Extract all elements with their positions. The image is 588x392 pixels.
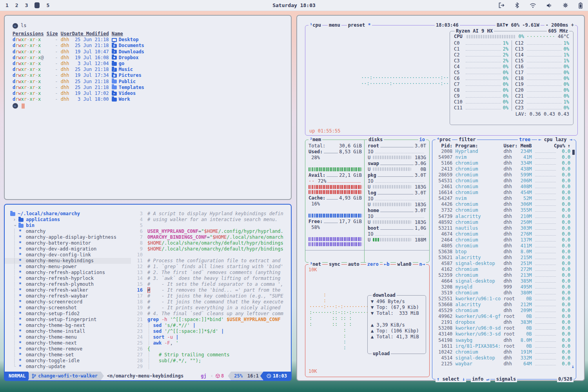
workspace-switcher[interactable]: 1235 — [5, 2, 49, 8]
workspace-5[interactable]: 5 — [46, 2, 49, 8]
process-row[interactable]: 16614chromiumdhh454M0.0 — [436, 190, 570, 196]
net-panel-title[interactable]: ³net — [309, 261, 322, 267]
tree-item-omarchy-refresh-plymouth[interactable]: │*omarchy-refresh-plymouth — [10, 281, 131, 287]
process-row[interactable]: 4162chromiumdhh272M0.0 — [436, 267, 570, 272]
process-row[interactable]: 10242chromiumdhh191M0.0 — [436, 349, 570, 355]
terminal-window[interactable]: ls PermissionsSizeUserDate ModifiedName … — [4, 15, 292, 200]
process-table[interactable]: 2008Hyprlanddhh234M0.054907nvimdhh41M0.0… — [432, 149, 576, 367]
tree-item-omarchy-refresh-waybar[interactable]: │*omarchy-refresh-waybar — [10, 293, 131, 299]
tree-item-omarchy-refresh-hyprlock[interactable]: │*omarchy-refresh-hyprlock — [10, 276, 131, 281]
process-row[interactable]: 4805chromiumdhh411M0.0 — [436, 243, 570, 249]
process-row[interactable]: 28659chromiumdhh599M0.0 — [436, 172, 570, 178]
tree-item-omarchy-refresh-walker[interactable]: │*omarchy-refresh-walker — [10, 287, 131, 293]
tree-item-omarchy[interactable]: │*omarchy — [10, 229, 131, 234]
wifi-icon[interactable] — [530, 3, 536, 8]
editor-window[interactable]: ~/.local/share/omarchy ›applications ›bi… — [4, 204, 292, 381]
bluetooth-icon[interactable] — [515, 2, 519, 8]
process-row[interactable]: 4426chromiumdhh306M0.0 — [436, 201, 570, 207]
tree-root[interactable]: ~/.local/share/omarchy — [10, 211, 131, 217]
signals-button[interactable]: signals — [495, 376, 517, 382]
select-button[interactable]: ↑ select ↓ — [436, 376, 466, 382]
process-scrollbar[interactable] — [572, 150, 575, 155]
tree-item-omarchy-setup-fingerprint[interactable]: │*omarchy-setup-fingerprint — [10, 317, 131, 323]
process-row[interactable]: 1611irq/81-PIXA3854:root0B0.0 — [436, 343, 570, 349]
process-row[interactable]: 2464chromiumdhh137M0.0 — [436, 237, 570, 243]
process-row[interactable]: 53211nautilusdhh303M0.0 — [436, 225, 570, 231]
net-auto-button[interactable]: auto — [347, 261, 361, 267]
net-zero-button[interactable]: zero — [366, 261, 380, 267]
tree-item-omarchy-battery-monitor[interactable]: │*omarchy-battery-monitor — [10, 240, 131, 246]
process-row[interactable]: 5166chromiumdhh334M0.0 — [436, 160, 570, 166]
process-row[interactable]: 48592chromiumdhh250M0.0 — [436, 220, 570, 225]
file-tree[interactable]: ~/.local/share/omarchy ›applications ›bi… — [5, 205, 131, 372]
battery-icon[interactable] — [579, 2, 583, 9]
tree-item-omarchy-screenrecord[interactable]: │*omarchy-screenrecord — [10, 299, 131, 305]
process-row[interactable]: 54531chromiumdhh206M0.0 — [436, 178, 570, 184]
system-monitor-window[interactable]: ¹cpu menu preset * 18:03:46 BAT▼ 60% -9.… — [296, 15, 585, 381]
process-row[interactable]: 3519chromiumdhh380M0.0 — [436, 290, 570, 296]
logout-icon[interactable] — [498, 2, 505, 8]
process-row[interactable]: 54198swaybgdhh8.0M0.0 — [436, 338, 570, 343]
tree-item-omarchy-theme-menu[interactable]: │*omarchy-theme-menu — [10, 334, 131, 340]
tree-item-omarchy-screenshot[interactable]: │*omarchy-screenshot — [10, 305, 131, 311]
workspace-3[interactable]: 3 — [25, 2, 28, 8]
process-row[interactable]: 4674chromiumdhh276M0.0 — [436, 231, 570, 237]
proc-filter-button[interactable]: filter — [457, 137, 477, 143]
proc-sort-nav[interactable]: ← cpu lazy → — [537, 137, 573, 143]
process-row[interactable]: 4587signal-desktopdhh251M0.0 — [436, 261, 570, 267]
info-button[interactable]: info ↵ — [471, 376, 490, 382]
gear-icon[interactable] — [563, 2, 568, 8]
process-row[interactable]: 2125waybardhh64M0.0 — [436, 361, 570, 367]
process-row[interactable]: 2191dropboxdhh383M0.0 — [436, 319, 570, 325]
preset-button[interactable]: preset * — [347, 22, 372, 28]
process-row[interactable]: 53621alacrittydhh215M0.0 — [436, 255, 570, 261]
workspace-1[interactable]: 1 — [5, 2, 9, 8]
workspace-active[interactable] — [34, 2, 40, 8]
volume-icon[interactable] — [546, 3, 552, 8]
tree-item-omarchy-dev-config-link[interactable]: │*omarchy-dev-config-link — [10, 252, 131, 258]
proc-panel-title[interactable]: ⁴proc — [436, 137, 452, 143]
tree-item-omarchy-toggle-idle[interactable]: │*omarchy-toggle-idle — [10, 358, 131, 364]
process-row[interactable]: 43140kworker/u96:3-sdroot0B0.0 — [436, 331, 570, 337]
net-next-iface-button[interactable]: n→ — [418, 261, 426, 267]
cpu-panel-title[interactable]: ¹cpu — [309, 22, 322, 28]
process-row[interactable]: 3732chromiumdhh355M0.0 — [436, 207, 570, 213]
process-row[interactable]: 52359chromiumdhh213M0.0 — [436, 272, 570, 278]
process-row[interactable]: 53668alacrittydhh212M0.0 — [436, 302, 570, 308]
tree-folder-applications[interactable]: ›applications — [10, 217, 131, 223]
process-row[interactable]: 2413chromiumdhh438M0.0 — [436, 166, 570, 172]
tree-item-omarchy-refresh-applications[interactable]: │*omarchy-refresh-applications — [10, 270, 131, 276]
tree-item-omarchy-theme-install[interactable]: │*omarchy-theme-install — [10, 328, 131, 334]
process-row[interactable]: 53208kworker/u96:0-sdroot0B0.0 — [436, 325, 570, 331]
process-row[interactable]: 49962kworker/u96:4-gfroot0B0.0 — [436, 314, 570, 319]
net-prev-iface-button[interactable]: ←b — [383, 261, 390, 267]
code-editor[interactable]: 3# A script to display Hyprland keybindi… — [131, 205, 291, 372]
tree-item-omarchy-theme-remove[interactable]: │*omarchy-theme-remove — [10, 346, 131, 352]
process-row[interactable]: 3208mysqld999495M0.0 — [436, 284, 570, 290]
refresh-rate-control[interactable]: - 2000ms + — [544, 22, 575, 28]
process-row[interactable]: 2461chromiumdhh408M0.0 — [436, 184, 570, 190]
process-row[interactable]: 2008Hyprlanddhh234M0.0 — [436, 149, 570, 154]
process-row[interactable]: 54739alacrittydhh210M0.0 — [436, 214, 570, 220]
tree-item-omarchy-apple-display-brightness[interactable]: │*omarchy-apple-display-brightness — [10, 234, 131, 240]
net-sync-button[interactable]: sync — [328, 261, 341, 267]
tree-item-omarchy-update[interactable]: └*omarchy-update — [10, 364, 131, 370]
tree-item-omarchy-setup-fido2[interactable]: │*omarchy-setup-fido2 — [10, 311, 131, 317]
proc-tree-button[interactable]: tree — [518, 137, 532, 143]
process-row[interactable]: 45529chromiumdhh209M0.0 — [436, 308, 570, 314]
workspace-2[interactable]: 2 — [15, 2, 18, 8]
tree-item-omarchy-theme-next[interactable]: │*omarchy-theme-next — [10, 340, 131, 346]
process-row[interactable]: 4514signal-desktopdhh332M0.0 — [436, 355, 570, 361]
process-row[interactable]: 54247nvimdhh52M0.0 — [436, 196, 570, 201]
tree-item-omarchy-dev-add-migration[interactable]: │*omarchy-dev-add-migration — [10, 246, 131, 252]
tree-item-omarchy-menu-power[interactable]: │*omarchy-menu-power — [10, 264, 131, 270]
process-row[interactable]: 4664signal-desktopdhh385M0.0 — [436, 278, 570, 284]
scroll-more-arrow[interactable]: ↓ — [572, 364, 574, 370]
process-row[interactable]: 52551kworker/u96:1-coroot0B0.0 — [436, 296, 570, 302]
tree-item-omarchy-theme-set[interactable]: │*omarchy-theme-set — [10, 352, 131, 358]
menu-button[interactable]: menu — [328, 22, 341, 28]
tree-item-omarchy-menu-keybindings[interactable]: │*omarchy-menu-keybindings — [5, 258, 131, 264]
process-row[interactable]: 54907nvimdhh41M0.0 — [436, 154, 570, 160]
process-row[interactable]: 53638btopdhh8.0M0.0 — [436, 249, 570, 255]
tree-folder-bin[interactable]: ›bin — [10, 223, 131, 229]
